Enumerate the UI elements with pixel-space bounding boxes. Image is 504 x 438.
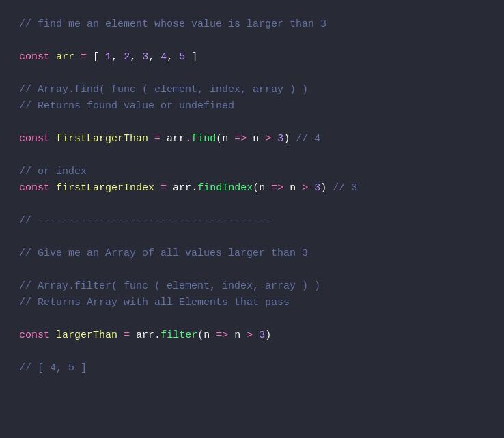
line-blank-5 bbox=[19, 196, 485, 213]
line-blank-3 bbox=[19, 115, 485, 131]
line-first-larger-index: const firstLargerIndex = arr.findIndex(n… bbox=[19, 180, 485, 196]
line-comment-or-index: // or index bbox=[19, 164, 485, 180]
line-blank-8 bbox=[19, 311, 485, 327]
line-blank-7 bbox=[19, 262, 485, 278]
line-first-larger-than: const firstLargerThan = arr.find(n => n … bbox=[19, 131, 485, 147]
line-blank-1 bbox=[19, 33, 485, 49]
line-comment-find2: // Returns found value or undefined bbox=[19, 98, 485, 115]
line-comment-filter1: // Array.filter( func ( element, index, … bbox=[19, 278, 485, 295]
line-divider: // -------------------------------------… bbox=[19, 213, 485, 229]
code-editor: // find me an element whose value is lar… bbox=[19, 16, 485, 422]
line-comment-find1: // Array.find( func ( element, index, ar… bbox=[19, 82, 485, 98]
line-larger-than: const largerThan = arr.filter(n => n > 3… bbox=[19, 327, 485, 344]
line-comment-give-all: // Give me an Array of all values larger… bbox=[19, 246, 485, 262]
line-arr-decl: const arr = [ 1, 2, 3, 4, 5 ] bbox=[19, 49, 485, 65]
line-blank-2 bbox=[19, 65, 485, 82]
line-1: // find me an element whose value is lar… bbox=[19, 16, 485, 33]
line-blank-9 bbox=[19, 344, 485, 360]
line-comment-filter2: // Returns Array with all Elements that … bbox=[19, 295, 485, 311]
line-blank-4 bbox=[19, 147, 485, 164]
line-result: // [ 4, 5 ] bbox=[19, 360, 485, 377]
line-blank-6 bbox=[19, 229, 485, 246]
